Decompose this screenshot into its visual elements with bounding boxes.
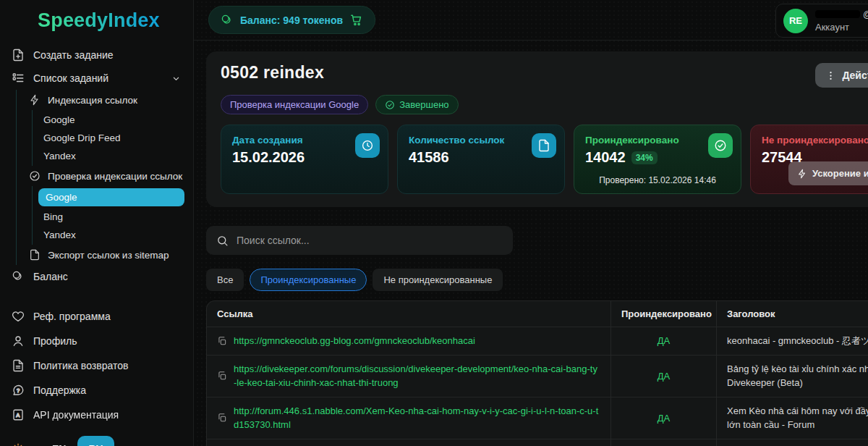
- stat-value: 41586: [409, 149, 449, 166]
- indexed-value: ДА: [610, 439, 716, 446]
- sidebar-item-label: Баланс: [33, 271, 68, 282]
- sidebar-item-indexing-google-drip-feed[interactable]: Google Drip Feed: [33, 129, 193, 147]
- file-text-icon: [12, 359, 25, 372]
- file-plus-icon: [12, 49, 25, 62]
- column-header-title: Заголовок: [716, 301, 868, 327]
- stat-chip: [532, 133, 556, 158]
- status-badge: Завершено: [375, 95, 458, 114]
- indexed-value: ДА: [610, 327, 716, 355]
- file-icon: [29, 249, 41, 261]
- stat-label: Не проиндексировано: [762, 135, 868, 146]
- main-area: Баланс: 949 токенов RE @ Аккаунт 0502 re…: [194, 0, 868, 446]
- zap-icon: [797, 169, 807, 179]
- column-header-link: Ссылка: [207, 301, 610, 327]
- sidebar-item-check-yandex[interactable]: Yandex: [33, 226, 193, 244]
- link-url[interactable]: http://forum.446.s1.nabble.com/Xem-Keo-n…: [234, 404, 600, 432]
- sidebar-item-create-task[interactable]: Создать задание: [0, 43, 193, 67]
- sidebar-footer: EN RU: [0, 427, 193, 446]
- account-email-redacted: [815, 10, 860, 18]
- help-chat-icon: [12, 384, 25, 397]
- check-circle-icon: [714, 139, 727, 152]
- stat-card-not-indexed: Не проиндексировано 27544 Ускорение инде…: [750, 125, 868, 194]
- status-badge-label: Завершено: [399, 99, 448, 110]
- account-email-at: @: [863, 9, 868, 20]
- sidebar-item-label: Проверка индексации ссылок: [48, 171, 182, 182]
- index-check-children: Google Bing Yandex: [32, 186, 193, 245]
- clock-icon: [361, 139, 374, 152]
- indexing-children: Google Google Drip Feed Yandex: [32, 110, 193, 166]
- search-box[interactable]: [206, 226, 513, 255]
- sidebar-item-index-check[interactable]: Проверка индексации ссылок: [17, 166, 193, 186]
- check-circle-icon: [385, 100, 395, 110]
- api-doc-icon: [12, 408, 25, 421]
- list-checks-icon: [12, 72, 25, 85]
- sidebar-item-label: Поддержка: [33, 384, 86, 396]
- filter-tabs: Все Проиндексированные Не проиндексирова…: [206, 269, 868, 291]
- actions-button-label: Действия: [842, 70, 868, 81]
- stat-card-links-count: Количество ссылок 41586: [397, 125, 565, 194]
- sun-icon: [12, 442, 25, 446]
- indexed-value: ДА: [610, 397, 716, 439]
- sidebar-item-link-indexing[interactable]: Индексация ссылок: [17, 90, 193, 110]
- heart-icon: [12, 310, 25, 323]
- sidebar-item-balance[interactable]: Баланс: [0, 265, 193, 288]
- search-icon: [216, 235, 229, 247]
- chevron-down-icon: [171, 73, 182, 84]
- sidebar-item-label: Реф. программа: [33, 311, 111, 322]
- coins-icon: [12, 270, 25, 283]
- sidebar-item-referral-program[interactable]: Реф. программа: [0, 304, 193, 329]
- indexed-percent-badge: 34%: [631, 151, 658, 164]
- accelerate-indexing-label: Ускорение индексации: [812, 168, 868, 179]
- sidebar-item-profile[interactable]: Профиль: [0, 329, 193, 353]
- theme-toggle[interactable]: [12, 442, 25, 446]
- copy-icon[interactable]: [217, 336, 227, 346]
- topbar: Баланс: 949 токенов RE @ Аккаунт: [194, 0, 868, 41]
- tab-all[interactable]: Все: [206, 269, 244, 291]
- account-label: Аккаунт: [815, 22, 868, 33]
- link-title: Kèo nhà cái cung cấp tỷ lệ 1x2 cực hấp m…: [716, 439, 868, 446]
- sidebar-item-label: Политика возвратов: [33, 360, 128, 371]
- search-input[interactable]: [237, 235, 503, 246]
- avatar: RE: [783, 9, 808, 33]
- indexed-value: ДА: [610, 355, 716, 397]
- account-widget[interactable]: RE @ Аккаунт: [775, 4, 868, 38]
- lang-ru-button[interactable]: RU: [77, 436, 114, 446]
- link-url[interactable]: https://gmnckeoclub.gg-blog.com/gmnckeoc…: [234, 334, 475, 348]
- sidebar-item-support[interactable]: Поддержка: [0, 378, 193, 403]
- stat-chip: [355, 133, 380, 158]
- sidebar-item-api-docs[interactable]: API документация: [0, 403, 193, 427]
- stat-card-created-date: Дата создания 15.02.2026: [221, 125, 388, 194]
- sidebar-item-indexing-yandex[interactable]: Yandex: [33, 147, 193, 165]
- sidebar-item-label: Экспорт ссылок из sitemap: [48, 250, 169, 261]
- stat-value: 15.02.2026: [232, 149, 305, 166]
- table-row: http://forum.446.s1.nabble.com/Xem-Keo-n…: [207, 397, 868, 439]
- tab-not-indexed[interactable]: Не проиндексированные: [373, 269, 503, 291]
- sidebar: SpeedyIndex Создать задание Список задан…: [0, 0, 194, 446]
- copy-icon[interactable]: [217, 371, 227, 381]
- sidebar-item-task-list[interactable]: Список заданий: [0, 67, 193, 90]
- cart-icon[interactable]: [349, 13, 363, 27]
- sidebar-item-refund-policy[interactable]: Политика возвратов: [0, 353, 193, 378]
- user-icon: [12, 334, 25, 348]
- actions-button[interactable]: Действия: [815, 63, 868, 88]
- table-row: https://gmnckeoclub.gg-blog.com/gmnckeoc…: [207, 327, 868, 355]
- table-row: https://divekeeper.com/forums/discussion…: [207, 439, 868, 446]
- sidebar-item-label: Индексация ссылок: [48, 95, 137, 106]
- lang-en-button[interactable]: EN: [48, 437, 70, 446]
- column-header-indexed: Проиндексировано: [610, 301, 716, 327]
- stat-card-indexed: Проиндексировано 14042 34% Проверено: 15…: [574, 125, 741, 194]
- link-url[interactable]: https://divekeeper.com/forums/discussion…: [234, 362, 600, 390]
- sidebar-item-indexing-google[interactable]: Google: [33, 111, 193, 129]
- task-badges: Проверка индексации Google Завершено: [221, 95, 868, 114]
- links-table: Ссылка Проиндексировано Заголовок https:…: [206, 300, 868, 446]
- accelerate-indexing-button[interactable]: Ускорение индексации: [788, 161, 868, 185]
- task-list-subtree: Индексация ссылок Google Google Drip Fee…: [16, 90, 193, 265]
- sidebar-item-sitemap-export[interactable]: Экспорт ссылок из sitemap: [17, 245, 193, 265]
- stat-value: 14042: [585, 149, 626, 166]
- copy-icon[interactable]: [217, 413, 227, 423]
- sidebar-item-check-bing[interactable]: Bing: [33, 208, 193, 226]
- tab-indexed[interactable]: Проиндексированные: [250, 269, 367, 291]
- check-circle-icon: [29, 170, 41, 182]
- balance-pill[interactable]: Баланс: 949 токенов: [208, 6, 375, 34]
- sidebar-item-check-google-active[interactable]: Google: [38, 188, 184, 206]
